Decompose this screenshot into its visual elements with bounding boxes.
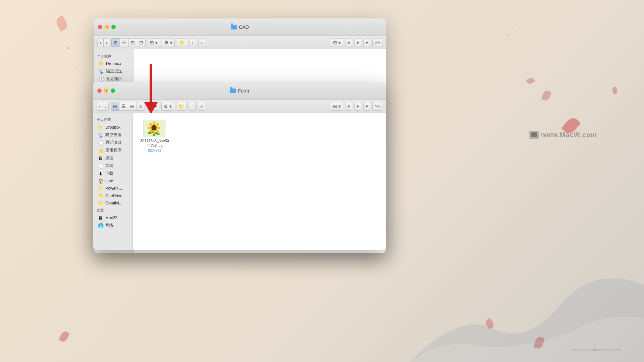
watermark-icon [529, 131, 539, 139]
sunflower-image [144, 120, 166, 137]
minimize-button-form[interactable] [104, 88, 108, 93]
mac23-icon-form: 🖥 [98, 215, 103, 221]
sidebar-label-recent-form: 最近项目 [105, 140, 121, 145]
nav-buttons-cad[interactable]: ‹ › [97, 38, 109, 47]
sidebar-item-dropbox-cad[interactable]: 📁 Dropbox [95, 60, 132, 67]
recent-icon-form: 🕐 [98, 140, 103, 145]
sidebar-label-airdrop-form: 隔空投送 [105, 132, 121, 138]
view-columns-cad[interactable]: ⊟ [128, 38, 137, 47]
minimize-button-cad[interactable] [105, 25, 109, 29]
action2-cad[interactable]: ▾ [345, 38, 352, 47]
sidebar-label-airdrop-cad: 隔空投送 [106, 68, 122, 74]
svg-point-4 [153, 121, 155, 126]
view-cover-form[interactable]: ⊡ [136, 102, 145, 111]
sidebar-item-desktop-form[interactable]: 🖥 桌面 [95, 154, 131, 162]
maximize-button-form[interactable] [111, 88, 115, 93]
sidebar-label-dropbox-cad: Dropbox [106, 61, 121, 66]
sidebar-item-airdrop-cad[interactable]: 📡 隔空投送 [95, 67, 132, 75]
airdrop-icon-form: 📡 [98, 132, 103, 138]
sidebar-section-personal-cad: 个人收藏 [94, 53, 133, 60]
sidebar-item-powerf-form[interactable]: 📁 PowerF... [95, 185, 131, 192]
finder-body-form: 个人收藏 📁 Dropbox 📡 隔空投送 🕐 最近项目 ⭐ 应用程序 🖥 桌面 [93, 113, 386, 250]
tag-cad[interactable]: ○ [198, 38, 206, 47]
share-cad[interactable]: ↑ [189, 38, 196, 47]
nav-forward-cad[interactable]: › [103, 38, 110, 47]
sidebar-item-recent-cad[interactable]: 🕐 最近项目 [95, 75, 132, 83]
sidebar-item-mac-form[interactable]: 🏠 mac [95, 177, 131, 185]
action2-form[interactable]: ▾ [345, 102, 352, 111]
sidebar-label-apps-form: 应用程序 [105, 147, 121, 153]
sidebar-item-airdrop-form[interactable]: 📡 隔空投送 [95, 131, 131, 139]
dropbox-icon-cad: 📁 [99, 61, 104, 66]
title-bar-form: Form [93, 82, 386, 100]
new-folder-cad[interactable]: 📁 [177, 38, 187, 47]
view-cover-cad[interactable]: ⊡ [137, 38, 146, 47]
sidebar-item-mac23-form[interactable]: 🖥 Mac23 [95, 214, 131, 222]
sidebar-item-dropbox-form[interactable]: 📁 Dropbox [95, 124, 131, 131]
view-icons-form[interactable]: ⊞ [111, 102, 119, 111]
action3-form[interactable]: ▾ [354, 102, 361, 111]
file-name-jpg: 30171546_aae50447c8.jpg [140, 138, 170, 148]
action3-cad[interactable]: ▾ [354, 38, 361, 47]
watermark-monitor-icon [531, 132, 537, 137]
title-content-form: Form [230, 88, 249, 94]
sidebar-item-creative-form[interactable]: 📁 Creativi... [95, 199, 131, 207]
new-folder-form[interactable]: 📁 [176, 102, 186, 111]
sidebar-label-dropbox-form: Dropbox [105, 125, 120, 130]
view-list-cad[interactable]: ☰ [120, 38, 128, 47]
nav-buttons-form[interactable]: ‹ › [97, 102, 109, 111]
powerf-icon-form: 📁 [98, 186, 103, 191]
sidebar-item-apps-form[interactable]: ⭐ 应用程序 [95, 146, 131, 154]
downloads-icon-form: ⬇ [98, 171, 103, 176]
more-form[interactable]: >> [372, 102, 382, 111]
window-controls-form[interactable] [97, 88, 115, 93]
tag-form[interactable]: ○ [198, 102, 205, 111]
nav-back-form[interactable]: ‹ [97, 102, 103, 111]
action4-form[interactable]: ▾ [363, 102, 370, 111]
sidebar-item-network-form[interactable]: 🌐 网络 [95, 222, 131, 229]
gear-form[interactable]: ⚙ ▾ [161, 102, 174, 111]
action4-cad[interactable]: ▾ [363, 38, 370, 47]
svg-point-8 [153, 130, 155, 134]
share-form[interactable]: ↑ [189, 102, 196, 111]
view-groups-cad[interactable]: ⊞ ▾ [148, 38, 160, 47]
nav-back-cad[interactable]: ‹ [97, 38, 103, 47]
view-columns-form[interactable]: ⊟ [128, 102, 136, 111]
sidebar-label-downloads-form: 下载 [105, 171, 113, 176]
sidebar-item-onedrive-form[interactable]: 📁 OneDrive [95, 192, 131, 199]
view-buttons-cad[interactable]: ⊞ ☰ ⊟ ⊡ [111, 38, 146, 47]
close-button-cad[interactable] [98, 25, 102, 29]
sidebar-label-desktop-form: 桌面 [105, 155, 113, 161]
apps-icon-form: ⭐ [98, 148, 103, 153]
svg-point-10 [148, 126, 152, 129]
folder-icon-form [230, 88, 236, 93]
desktop-icon-form: 🖥 [98, 156, 103, 161]
view-buttons-form[interactable]: ⊞ ☰ ⊟ ⊡ [111, 102, 145, 111]
sidebar-label-mac-form: mac [105, 179, 113, 183]
maximize-button-cad[interactable] [111, 25, 116, 29]
finder-window-form[interactable]: Form ‹ › ⊞ ☰ ⊟ ⊡ ⊞ ▾ ⚙ ▾ 📁 ↑ ○ ⊞ ▾ ▾ ▾ ▾… [93, 82, 386, 250]
airdrop-icon-cad: 📡 [99, 69, 104, 74]
action1-form[interactable]: ⊞ ▾ [331, 102, 343, 111]
sidebar-label-creative-form: Creativi... [105, 201, 122, 205]
window-title-cad: CAD [239, 24, 249, 30]
window-controls-cad[interactable] [98, 25, 116, 29]
sidebar-item-docs-form[interactable]: 📄 文稿 [95, 162, 131, 170]
nav-forward-form[interactable]: › [103, 102, 109, 111]
view-icons-cad[interactable]: ⊞ [111, 38, 120, 47]
watermark-url: https://blog.csdn.net/m0_47de... [571, 348, 624, 352]
action1-cad[interactable]: ⊞ ▾ [331, 38, 343, 47]
creative-icon-form: 📁 [98, 200, 103, 206]
gear-cad[interactable]: ⚙ ▾ [162, 38, 175, 47]
sidebar-form: 个人收藏 📁 Dropbox 📡 隔空投送 🕐 最近项目 ⭐ 应用程序 🖥 桌面 [93, 113, 133, 250]
more-cad[interactable]: >> [372, 38, 382, 47]
close-button-form[interactable] [97, 88, 102, 93]
view-list-form[interactable]: ☰ [119, 102, 128, 111]
sidebar-label-recent-cad: 最近项目 [106, 76, 122, 82]
sidebar-item-downloads-form[interactable]: ⬇ 下载 [95, 170, 131, 177]
view-groups-form[interactable]: ⊞ ▾ [147, 102, 159, 111]
toolbar-form: ‹ › ⊞ ☰ ⊟ ⊡ ⊞ ▾ ⚙ ▾ 📁 ↑ ○ ⊞ ▾ ▾ ▾ ▾ >> [93, 100, 386, 113]
sidebar-item-recent-form[interactable]: 🕐 最近项目 [95, 139, 131, 146]
watermark-text: www.MacW.com [541, 131, 597, 139]
file-item-jpg[interactable]: 30171546_aae50447c8.jpg 930×768 [140, 120, 170, 153]
